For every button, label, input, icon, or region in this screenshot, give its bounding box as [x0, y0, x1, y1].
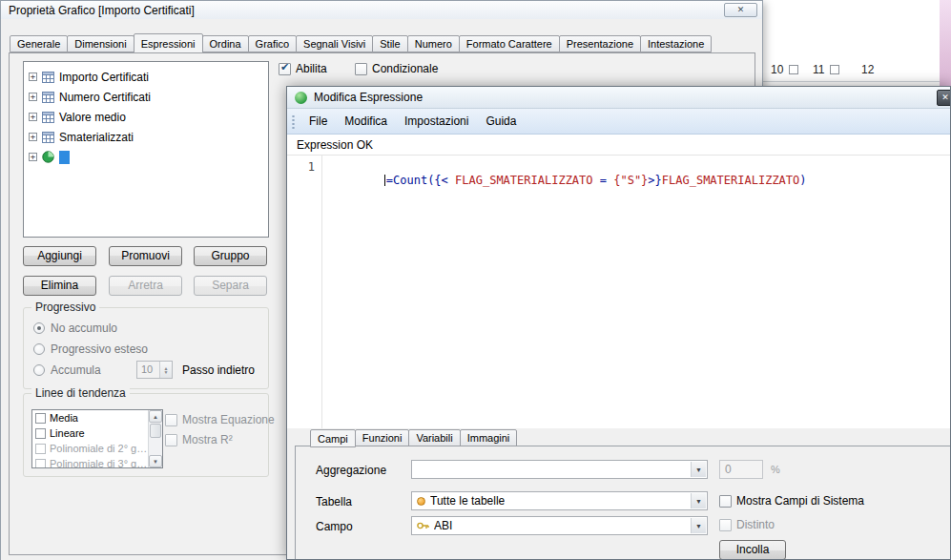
- radio-icon[interactable]: [33, 322, 45, 334]
- mostra-r2-checkbox-group[interactable]: Mostra R²: [165, 433, 233, 446]
- promuovi-button[interactable]: Promuovi: [109, 246, 182, 266]
- expand-plus-icon[interactable]: +: [29, 153, 37, 161]
- separa-button[interactable]: Separa: [194, 276, 267, 296]
- expression-label: Numero Certificati: [59, 91, 151, 104]
- passo-indietro-stepper[interactable]: 10 ▲▼: [136, 361, 173, 379]
- expression-label: Importo Certificati: [59, 71, 149, 84]
- menu-guida[interactable]: Guida: [477, 111, 525, 132]
- radio-no-accumulo[interactable]: No accumulo: [33, 321, 117, 335]
- expression-item[interactable]: + Valore medio: [24, 107, 268, 127]
- expression-item[interactable]: + Importo Certificati: [24, 67, 268, 87]
- radio-accumula[interactable]: Accumula: [33, 363, 101, 377]
- menu-file[interactable]: File: [300, 111, 336, 132]
- group-title: Linee di tendenza: [31, 386, 130, 400]
- menu-impostazioni[interactable]: Impostazioni: [396, 111, 477, 132]
- cell-label: 12: [861, 63, 874, 76]
- menu-bar: File Modifica Impostazioni Guida: [287, 109, 950, 135]
- close-icon: ✕: [737, 5, 745, 14]
- expand-plus-icon[interactable]: +: [29, 113, 37, 121]
- tab-presentazione[interactable]: Presentazione: [559, 35, 641, 52]
- campo-combo[interactable]: ABI ▼: [411, 516, 708, 535]
- incolla-button[interactable]: Incolla: [719, 540, 786, 560]
- tab-funzioni[interactable]: Funzioni: [355, 429, 410, 446]
- trend-checkbox[interactable]: [35, 459, 46, 469]
- gruppo-button[interactable]: Gruppo: [194, 246, 267, 266]
- close-button[interactable]: ✕: [724, 3, 757, 17]
- app-icon: [295, 92, 307, 104]
- radio-progressivo-esteso[interactable]: Progressivo esteso: [33, 342, 148, 356]
- dropdown-arrow-icon[interactable]: ▼: [691, 462, 706, 477]
- table-bullet-icon: [417, 497, 425, 506]
- distinto-checkbox[interactable]: [719, 519, 732, 531]
- abilita-checkbox-group[interactable]: ✔ Abilita: [279, 62, 327, 75]
- trend-checkbox[interactable]: [35, 413, 46, 424]
- tab-dimensioni[interactable]: Dimensioni: [67, 35, 134, 52]
- arretra-button[interactable]: Arretra: [109, 276, 182, 296]
- mostra-equazione-checkbox[interactable]: [165, 414, 177, 426]
- elimina-button[interactable]: Elimina: [23, 276, 96, 296]
- distinto-checkbox-group[interactable]: Distinto: [719, 518, 775, 531]
- titlebar[interactable]: Modifica Espressione ✕: [287, 87, 950, 109]
- sheet-cell: 11: [813, 63, 839, 76]
- spin-down-icon[interactable]: ▼: [164, 370, 169, 374]
- expression-item-new[interactable]: +: [24, 147, 268, 167]
- tab-formato-carattere[interactable]: Formato Carattere: [459, 35, 560, 52]
- trend-item-lineare[interactable]: Lineare: [32, 425, 148, 441]
- pie-chart-icon: [42, 151, 54, 163]
- mostra-campi-sistema-checkbox-group[interactable]: Mostra Campi di Sistema: [719, 494, 864, 508]
- expression-editor[interactable]: 1 =Count({< FLAG_SMATERIALIZZATO = {"S"}…: [287, 156, 950, 428]
- menu-modifica[interactable]: Modifica: [336, 111, 396, 132]
- aggiungi-button[interactable]: Aggiungi: [23, 246, 96, 266]
- campo-label: Campo: [316, 520, 353, 533]
- expression-code-line[interactable]: =Count({< FLAG_SMATERIALIZZATO = {"S"}>}…: [329, 160, 807, 200]
- expression-item[interactable]: + Numero Certificati: [24, 87, 268, 107]
- dropdown-arrow-icon[interactable]: ▼: [691, 493, 706, 508]
- tab-immagini[interactable]: Immagini: [460, 429, 518, 446]
- trend-checkbox[interactable]: [35, 444, 46, 454]
- tab-numero[interactable]: Numero: [407, 35, 460, 52]
- mostra-equazione-checkbox-group[interactable]: Mostra Equazione: [165, 413, 275, 426]
- condizionale-checkbox[interactable]: [355, 63, 367, 75]
- tabella-combo[interactable]: Tutte le tabelle ▼: [411, 491, 708, 510]
- trend-item-polinomiale-2[interactable]: Polinomiale di 2° grado: [32, 441, 148, 456]
- tab-intestazione[interactable]: Intestazione: [640, 35, 712, 52]
- screen: 10 11 12 Proprietà Grafico [Importo Cert…: [0, 0, 951, 560]
- trend-item-media[interactable]: Media: [32, 410, 148, 425]
- tab-ordina[interactable]: Ordina: [202, 35, 249, 52]
- table-icon: [42, 72, 54, 83]
- tab-stile[interactable]: Stile: [372, 35, 407, 52]
- expression-item[interactable]: + Smaterializzati: [24, 127, 268, 147]
- titlebar[interactable]: Proprietà Grafico [Importo Certificati] …: [1, 1, 762, 19]
- scroll-down-icon[interactable]: ▼: [149, 455, 162, 467]
- expand-plus-icon[interactable]: +: [29, 93, 37, 101]
- cell-checkbox[interactable]: [830, 65, 839, 74]
- app-edge-strip: [940, 0, 951, 88]
- mostra-campi-sistema-checkbox[interactable]: [719, 495, 732, 508]
- trend-item-polinomiale-3[interactable]: Polinomiale di 3° grado: [32, 456, 148, 468]
- cell-checkbox[interactable]: [789, 65, 798, 74]
- condizionale-label: Condizionale: [372, 62, 438, 75]
- abilita-checkbox[interactable]: ✔: [279, 63, 291, 75]
- trend-listbox: Media Lineare Polinomiale di 2° grado Po…: [31, 409, 163, 468]
- dropdown-arrow-icon[interactable]: ▼: [691, 518, 706, 533]
- tab-variabili[interactable]: Variabili: [408, 429, 460, 446]
- aggregazione-combo[interactable]: ▼: [411, 460, 708, 479]
- progressivo-group: Progressivo No accumulo Progressivo este…: [23, 307, 269, 389]
- scroll-up-icon[interactable]: ▲: [149, 410, 162, 423]
- close-button[interactable]: ✕: [937, 90, 951, 106]
- scroll-thumb[interactable]: [150, 424, 161, 438]
- scrollbar[interactable]: ▲ ▼: [148, 410, 162, 467]
- radio-icon[interactable]: [33, 343, 45, 355]
- tab-campi[interactable]: Campi: [310, 429, 356, 447]
- tab-espressioni[interactable]: Espressioni: [134, 33, 203, 53]
- tab-segnali-visivi[interactable]: Segnali Visivi: [296, 35, 373, 52]
- radio-icon[interactable]: [33, 364, 45, 376]
- tab-grafico[interactable]: Grafico: [248, 35, 297, 52]
- expand-plus-icon[interactable]: +: [29, 73, 37, 81]
- toolbar-grip[interactable]: [292, 114, 295, 129]
- tab-generale[interactable]: Generale: [10, 35, 68, 52]
- condizionale-checkbox-group[interactable]: Condizionale: [355, 62, 438, 75]
- expand-plus-icon[interactable]: +: [29, 133, 37, 141]
- trend-checkbox[interactable]: [35, 428, 46, 439]
- mostra-r2-checkbox[interactable]: [165, 434, 177, 446]
